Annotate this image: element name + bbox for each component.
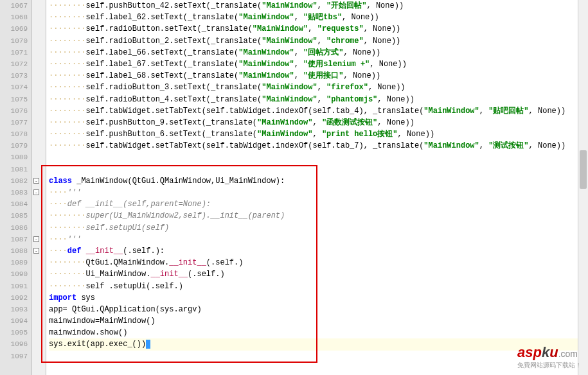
code-line[interactable]: app= QtGui.QApplication(sys.argv) bbox=[49, 304, 588, 315]
code-line[interactable]: ········self.radioButton_3.setText(_tran… bbox=[49, 82, 588, 93]
line-number-gutter: 1067106810691070107110721073107410751076… bbox=[0, 0, 32, 375]
line-number: 1076 bbox=[0, 105, 28, 117]
code-line[interactable] bbox=[49, 152, 588, 163]
fold-toggle-icon[interactable]: - bbox=[33, 236, 39, 242]
code-line[interactable]: ········self.tabWidget.setTabText(self.t… bbox=[49, 140, 588, 152]
code-line[interactable]: ········QtGui.QMainWindow.__init__(.self… bbox=[49, 257, 588, 268]
code-line[interactable]: ········self.tabWidget.setTabText(self.t… bbox=[49, 105, 588, 117]
line-number: 1078 bbox=[0, 128, 28, 140]
line-number: 1080 bbox=[0, 152, 28, 163]
vertical-scrollbar[interactable] bbox=[578, 0, 588, 375]
code-line[interactable]: ····''' bbox=[49, 234, 588, 245]
line-number: 1095 bbox=[0, 327, 28, 338]
fold-toggle-icon[interactable]: - bbox=[33, 189, 39, 195]
code-line[interactable] bbox=[49, 164, 588, 175]
line-number: 1085 bbox=[0, 210, 28, 222]
margin-column bbox=[41, 0, 46, 375]
line-number: 1074 bbox=[0, 82, 28, 93]
line-number: 1069 bbox=[0, 23, 28, 35]
line-number: 1091 bbox=[0, 281, 28, 292]
code-area[interactable]: ········self.pushButton_42.setText(_tran… bbox=[46, 0, 588, 375]
fold-column[interactable]: ---- bbox=[32, 0, 41, 375]
line-number: 1092 bbox=[0, 292, 28, 304]
code-line[interactable]: ········self.pushButton_6.setText(_trans… bbox=[49, 128, 588, 140]
line-number: 1088 bbox=[0, 245, 28, 257]
code-line[interactable]: ········self.pushButton_42.setText(_tran… bbox=[49, 0, 588, 12]
code-line[interactable]: ········self.label_68.setText(_translate… bbox=[49, 70, 588, 82]
scrollbar-thumb[interactable] bbox=[580, 150, 587, 189]
fold-toggle-icon[interactable]: - bbox=[33, 178, 39, 184]
line-number: 1096 bbox=[0, 338, 28, 350]
code-line[interactable]: mainwindow.show() bbox=[49, 327, 588, 338]
code-editor[interactable]: 1067106810691070107110721073107410751076… bbox=[0, 0, 588, 375]
line-number: 1086 bbox=[0, 222, 28, 234]
line-number: 1077 bbox=[0, 117, 28, 128]
code-line[interactable]: ········self.radioButton_4.setText(_tran… bbox=[49, 94, 588, 105]
line-number: 1087 bbox=[0, 234, 28, 245]
line-number: 1071 bbox=[0, 47, 28, 58]
code-line[interactable]: mainwindow=MainWindow() bbox=[49, 315, 588, 327]
line-number: 1073 bbox=[0, 70, 28, 82]
code-line[interactable]: sys.exit(app.exec_()) bbox=[49, 338, 588, 350]
code-line[interactable]: ········self.label_62.setText(_translate… bbox=[49, 12, 588, 23]
code-line[interactable]: ········self.setupUi(self) bbox=[49, 222, 588, 234]
code-line[interactable]: ········self.label_66.setText(_translate… bbox=[49, 47, 588, 58]
code-line[interactable]: import sys bbox=[49, 292, 588, 304]
code-line[interactable] bbox=[49, 351, 588, 362]
line-number: 1068 bbox=[0, 12, 28, 23]
line-number: 1081 bbox=[0, 164, 28, 175]
fold-toggle-icon[interactable]: - bbox=[33, 248, 39, 254]
line-number: 1072 bbox=[0, 58, 28, 70]
line-number: 1067 bbox=[0, 0, 28, 12]
code-line[interactable]: ········self.radioButton.setText(_transl… bbox=[49, 23, 588, 35]
line-number: 1094 bbox=[0, 315, 28, 327]
code-line[interactable]: ····def __init__(self,parent=None): bbox=[49, 198, 588, 210]
code-line[interactable]: ········self.label_67.setText(_translate… bbox=[49, 58, 588, 70]
line-number: 1093 bbox=[0, 304, 28, 315]
line-number: 1070 bbox=[0, 35, 28, 47]
line-number: 1097 bbox=[0, 351, 28, 362]
line-number: 1082 bbox=[0, 175, 28, 187]
code-line[interactable]: ········self.radioButton_2.setText(_tran… bbox=[49, 35, 588, 47]
line-number: 1089 bbox=[0, 257, 28, 268]
line-number: 1083 bbox=[0, 187, 28, 198]
code-line[interactable]: ········self .setupUi(.self.) bbox=[49, 281, 588, 292]
line-number: 1090 bbox=[0, 268, 28, 280]
code-line[interactable]: ····def __init__(.self.): bbox=[49, 245, 588, 257]
line-number: 1079 bbox=[0, 140, 28, 152]
code-line[interactable]: ········super(Ui_MainWindow2,self).__ini… bbox=[49, 210, 588, 222]
code-line[interactable]: ····''' bbox=[49, 187, 588, 198]
code-line[interactable]: ········self.pushButton_9.setText(_trans… bbox=[49, 117, 588, 128]
line-number: 1084 bbox=[0, 198, 28, 210]
line-number: 1075 bbox=[0, 94, 28, 105]
code-line[interactable]: ········Ui_MainWindow.__init__(.self.) bbox=[49, 268, 588, 280]
code-line[interactable]: class _MainWindow(QtGui.QMainWindow,Ui_M… bbox=[49, 175, 588, 187]
